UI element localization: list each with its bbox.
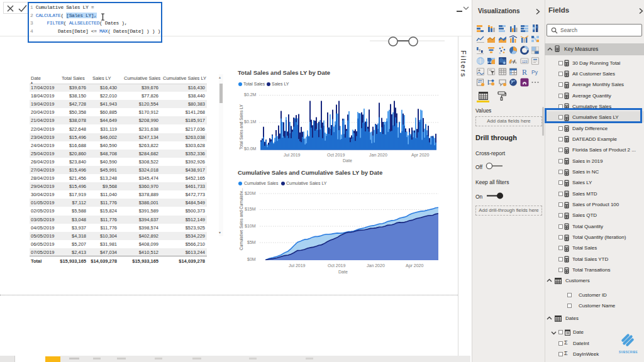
svg-text:R: R [522, 68, 527, 77]
svg-text:123: 123 [522, 60, 528, 63]
svg-text:SUBSCRIBE: SUBSCRIBE [619, 351, 638, 354]
svg-text:Py: Py [531, 69, 538, 75]
